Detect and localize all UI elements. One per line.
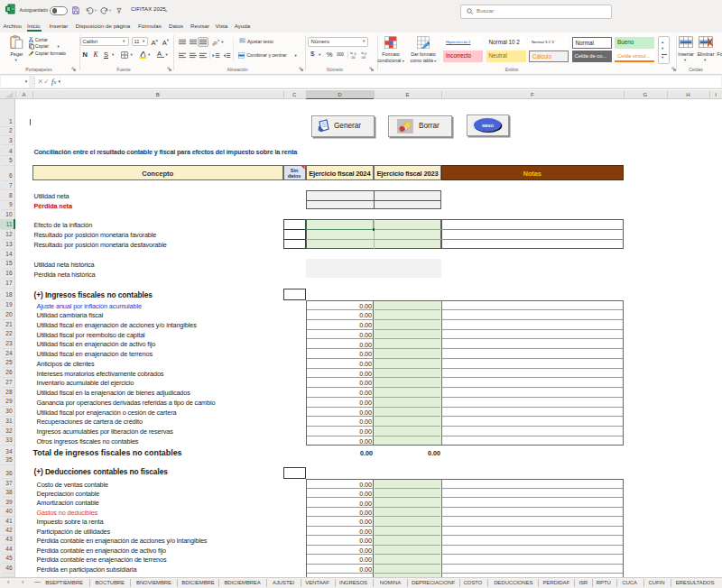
svg-text:.00: .00 [361, 56, 366, 60]
svg-text:.00: .00 [350, 56, 355, 60]
svg-text:MENÚ: MENÚ [482, 124, 493, 128]
svg-text:X: X [6, 6, 10, 12]
svg-text:ab: ab [212, 39, 218, 45]
